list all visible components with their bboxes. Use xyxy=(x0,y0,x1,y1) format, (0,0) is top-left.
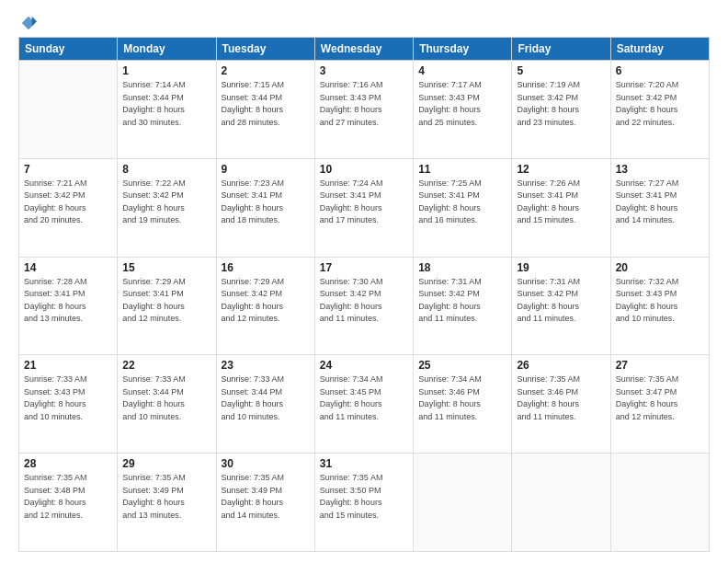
calendar-week-4: 21Sunrise: 7:33 AMSunset: 3:43 PMDayligh… xyxy=(19,355,710,454)
header-friday: Friday xyxy=(512,38,610,61)
calendar-cell: 8Sunrise: 7:22 AMSunset: 3:42 PMDaylight… xyxy=(118,158,216,257)
day-info: Sunrise: 7:20 AMSunset: 3:42 PMDaylight:… xyxy=(616,79,704,129)
calendar-cell: 3Sunrise: 7:16 AMSunset: 3:43 PMDaylight… xyxy=(314,61,413,159)
day-number: 20 xyxy=(616,261,704,274)
day-number: 22 xyxy=(122,359,210,372)
header-saturday: Saturday xyxy=(610,38,709,61)
day-number: 30 xyxy=(222,457,310,470)
calendar-cell: 29Sunrise: 7:35 AMSunset: 3:49 PMDayligh… xyxy=(118,454,216,552)
header-wednesday: Wednesday xyxy=(314,38,413,61)
day-number: 4 xyxy=(418,64,506,77)
day-number: 24 xyxy=(320,359,408,372)
day-info: Sunrise: 7:35 AMSunset: 3:49 PMDaylight:… xyxy=(122,472,210,522)
header-tuesday: Tuesday xyxy=(216,38,314,61)
day-number: 16 xyxy=(222,261,310,274)
calendar-cell xyxy=(512,454,610,552)
day-info: Sunrise: 7:35 AMSunset: 3:48 PMDaylight:… xyxy=(24,472,112,522)
day-number: 2 xyxy=(222,64,310,77)
calendar-cell xyxy=(610,454,709,552)
calendar-cell: 27Sunrise: 7:35 AMSunset: 3:47 PMDayligh… xyxy=(610,355,709,454)
calendar-cell: 31Sunrise: 7:35 AMSunset: 3:50 PMDayligh… xyxy=(314,454,413,552)
day-info: Sunrise: 7:35 AMSunset: 3:49 PMDaylight:… xyxy=(222,472,310,522)
day-number: 26 xyxy=(517,359,605,372)
calendar-cell: 22Sunrise: 7:33 AMSunset: 3:44 PMDayligh… xyxy=(118,355,216,454)
day-info: Sunrise: 7:26 AMSunset: 3:41 PMDaylight:… xyxy=(517,178,605,227)
calendar-cell: 5Sunrise: 7:19 AMSunset: 3:42 PMDaylight… xyxy=(512,61,610,159)
day-info: Sunrise: 7:27 AMSunset: 3:41 PMDaylight:… xyxy=(616,178,704,227)
day-number: 5 xyxy=(517,64,605,77)
day-info: Sunrise: 7:29 AMSunset: 3:41 PMDaylight:… xyxy=(122,276,210,326)
day-number: 27 xyxy=(616,359,704,372)
calendar-week-3: 14Sunrise: 7:28 AMSunset: 3:41 PMDayligh… xyxy=(19,257,710,355)
calendar-cell xyxy=(19,61,118,159)
calendar-cell: 9Sunrise: 7:23 AMSunset: 3:41 PMDaylight… xyxy=(216,158,314,257)
day-number: 31 xyxy=(320,457,408,470)
calendar-cell: 1Sunrise: 7:14 AMSunset: 3:44 PMDaylight… xyxy=(118,61,216,159)
logo-text xyxy=(18,15,37,31)
day-info: Sunrise: 7:22 AMSunset: 3:42 PMDaylight:… xyxy=(122,178,210,227)
calendar-cell: 15Sunrise: 7:29 AMSunset: 3:41 PMDayligh… xyxy=(118,257,216,355)
day-number: 28 xyxy=(24,457,112,470)
calendar-cell: 26Sunrise: 7:35 AMSunset: 3:46 PMDayligh… xyxy=(512,355,610,454)
calendar-cell: 28Sunrise: 7:35 AMSunset: 3:48 PMDayligh… xyxy=(19,454,118,552)
day-info: Sunrise: 7:33 AMSunset: 3:44 PMDaylight:… xyxy=(122,373,210,423)
calendar-week-1: 1Sunrise: 7:14 AMSunset: 3:44 PMDaylight… xyxy=(19,61,710,159)
calendar-cell: 23Sunrise: 7:33 AMSunset: 3:44 PMDayligh… xyxy=(216,355,314,454)
calendar-header-row: SundayMondayTuesdayWednesdayThursdayFrid… xyxy=(19,38,710,61)
calendar-cell: 20Sunrise: 7:32 AMSunset: 3:43 PMDayligh… xyxy=(610,257,709,355)
day-number: 7 xyxy=(24,163,112,176)
day-number: 3 xyxy=(320,64,408,77)
calendar-cell: 19Sunrise: 7:31 AMSunset: 3:42 PMDayligh… xyxy=(512,257,610,355)
day-number: 18 xyxy=(418,261,506,274)
day-info: Sunrise: 7:24 AMSunset: 3:41 PMDaylight:… xyxy=(320,178,408,227)
calendar-cell: 4Sunrise: 7:17 AMSunset: 3:43 PMDaylight… xyxy=(414,61,512,159)
day-info: Sunrise: 7:14 AMSunset: 3:44 PMDaylight:… xyxy=(122,79,210,129)
day-info: Sunrise: 7:33 AMSunset: 3:43 PMDaylight:… xyxy=(24,373,112,423)
day-info: Sunrise: 7:25 AMSunset: 3:41 PMDaylight:… xyxy=(418,178,506,227)
day-number: 29 xyxy=(122,457,210,470)
day-number: 11 xyxy=(418,163,506,176)
day-number: 15 xyxy=(122,261,210,274)
calendar-cell xyxy=(414,454,512,552)
header-monday: Monday xyxy=(118,38,216,61)
day-info: Sunrise: 7:21 AMSunset: 3:42 PMDaylight:… xyxy=(24,178,112,227)
logo-icon xyxy=(20,15,37,31)
day-number: 8 xyxy=(122,163,210,176)
day-info: Sunrise: 7:32 AMSunset: 3:43 PMDaylight:… xyxy=(616,276,704,326)
calendar-cell: 2Sunrise: 7:15 AMSunset: 3:44 PMDaylight… xyxy=(216,61,314,159)
calendar-cell: 18Sunrise: 7:31 AMSunset: 3:42 PMDayligh… xyxy=(414,257,512,355)
day-number: 17 xyxy=(320,261,408,274)
day-info: Sunrise: 7:34 AMSunset: 3:45 PMDaylight:… xyxy=(320,373,408,423)
day-info: Sunrise: 7:35 AMSunset: 3:47 PMDaylight:… xyxy=(616,373,704,423)
header-sunday: Sunday xyxy=(19,38,118,61)
day-number: 13 xyxy=(616,163,704,176)
calendar-week-5: 28Sunrise: 7:35 AMSunset: 3:48 PMDayligh… xyxy=(19,454,710,552)
day-number: 25 xyxy=(418,359,506,372)
day-info: Sunrise: 7:15 AMSunset: 3:44 PMDaylight:… xyxy=(222,79,310,129)
calendar-table: SundayMondayTuesdayWednesdayThursdayFrid… xyxy=(18,37,710,552)
day-number: 14 xyxy=(24,261,112,274)
day-number: 9 xyxy=(222,163,310,176)
calendar-cell: 11Sunrise: 7:25 AMSunset: 3:41 PMDayligh… xyxy=(414,158,512,257)
calendar-cell: 30Sunrise: 7:35 AMSunset: 3:49 PMDayligh… xyxy=(216,454,314,552)
calendar-cell: 13Sunrise: 7:27 AMSunset: 3:41 PMDayligh… xyxy=(610,158,709,257)
calendar-cell: 16Sunrise: 7:29 AMSunset: 3:42 PMDayligh… xyxy=(216,257,314,355)
day-info: Sunrise: 7:35 AMSunset: 3:50 PMDaylight:… xyxy=(320,472,408,522)
calendar-cell: 6Sunrise: 7:20 AMSunset: 3:42 PMDaylight… xyxy=(610,61,709,159)
day-info: Sunrise: 7:17 AMSunset: 3:43 PMDaylight:… xyxy=(418,79,506,129)
day-number: 10 xyxy=(320,163,408,176)
calendar-cell: 24Sunrise: 7:34 AMSunset: 3:45 PMDayligh… xyxy=(314,355,413,454)
day-number: 6 xyxy=(616,64,704,77)
day-number: 1 xyxy=(122,64,210,77)
day-info: Sunrise: 7:34 AMSunset: 3:46 PMDaylight:… xyxy=(418,373,506,423)
calendar-cell: 21Sunrise: 7:33 AMSunset: 3:43 PMDayligh… xyxy=(19,355,118,454)
calendar-page: SundayMondayTuesdayWednesdayThursdayFrid… xyxy=(0,0,728,563)
logo xyxy=(18,15,37,28)
calendar-cell: 7Sunrise: 7:21 AMSunset: 3:42 PMDaylight… xyxy=(19,158,118,257)
day-info: Sunrise: 7:16 AMSunset: 3:43 PMDaylight:… xyxy=(320,79,408,129)
day-number: 12 xyxy=(517,163,605,176)
day-info: Sunrise: 7:33 AMSunset: 3:44 PMDaylight:… xyxy=(222,373,310,423)
day-info: Sunrise: 7:35 AMSunset: 3:46 PMDaylight:… xyxy=(517,373,605,423)
day-number: 19 xyxy=(517,261,605,274)
day-info: Sunrise: 7:31 AMSunset: 3:42 PMDaylight:… xyxy=(517,276,605,326)
